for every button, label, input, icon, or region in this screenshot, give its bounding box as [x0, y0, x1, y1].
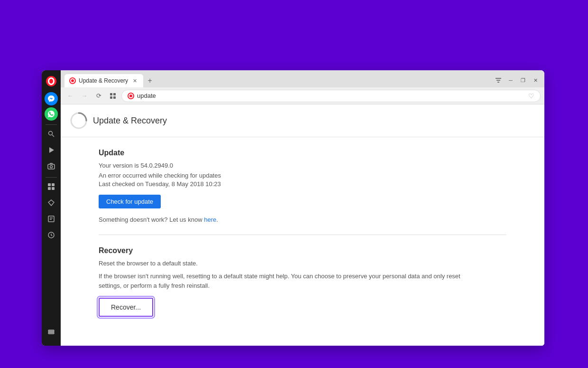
svg-rect-19 [48, 330, 54, 331]
page-header-title: Update & Recovery [93, 116, 167, 126]
opera-sidebar-button[interactable] [44, 74, 58, 88]
update-header-icon [70, 112, 87, 129]
svg-rect-9 [48, 164, 55, 169]
tab-title: Update & Recovery [79, 77, 128, 84]
recovery-heading: Recovery [99, 246, 506, 255]
page-content: Update & Recovery Update Your version is… [61, 104, 544, 346]
svg-rect-11 [48, 183, 51, 186]
sidebar-divider-2 [46, 177, 57, 178]
sidebar-settings-icon[interactable] [44, 325, 58, 339]
maximize-button[interactable]: ❐ [518, 75, 528, 85]
svg-rect-15 [48, 216, 54, 222]
page-header-bar: Update & Recovery [61, 104, 544, 137]
error-text: An error occurred while checking for upd… [99, 172, 506, 179]
update-heading: Update [99, 149, 506, 157]
sidebar-history-icon[interactable] [44, 228, 58, 242]
feedback-label: Something doesn't work? Let us know [99, 216, 204, 223]
sidebar-favorites-icon[interactable] [44, 196, 58, 210]
sidebar-extensions-icon[interactable] [44, 179, 58, 194]
active-tab[interactable]: Update & Recovery ✕ [64, 74, 143, 87]
svg-point-6 [49, 132, 53, 135]
sidebar-camera-icon[interactable] [44, 159, 58, 173]
browser-window: Update & Recovery ✕ + ─ ❐ ✕ ← [42, 70, 544, 346]
feedback-text: Something doesn't work? Let us know here… [99, 216, 506, 223]
svg-rect-14 [52, 187, 55, 190]
svg-rect-13 [48, 187, 51, 190]
reload-button[interactable]: ⟳ [93, 90, 104, 102]
svg-rect-27 [113, 93, 116, 95]
sidebar-search-icon[interactable] [44, 127, 58, 141]
version-text: Your version is 54.0.2949.0 [99, 162, 506, 169]
minimize-button[interactable]: ─ [505, 75, 516, 85]
close-window-button[interactable]: ✕ [530, 75, 541, 85]
address-bar: ← → ⟳ update ♡ [61, 87, 544, 104]
feedback-link[interactable]: here [204, 216, 216, 223]
svg-line-7 [52, 135, 54, 137]
svg-marker-8 [49, 147, 54, 153]
svg-rect-12 [52, 183, 55, 186]
svg-rect-26 [110, 93, 112, 95]
sidebar-feed-icon[interactable] [44, 143, 58, 157]
svg-rect-20 [48, 331, 54, 332]
favorite-button[interactable]: ♡ [528, 92, 534, 100]
window-controls: ─ ❐ ✕ [493, 75, 541, 87]
svg-rect-28 [110, 96, 112, 99]
svg-point-10 [50, 166, 53, 168]
address-text: update [137, 92, 525, 99]
recovery-detail-line1: If the browser isn't running well, reset… [99, 273, 460, 280]
last-checked-text: Last checked on Tuesday, 8 May 2018 10:2… [99, 180, 506, 188]
browser-sidebar [42, 70, 61, 346]
svg-rect-21 [48, 333, 54, 334]
tab-close-button[interactable]: ✕ [131, 77, 138, 85]
recovery-section: Recovery Reset the browser to a default … [99, 246, 506, 317]
sidebar-messenger-icon[interactable] [45, 92, 58, 105]
sidebar-bottom [44, 325, 58, 342]
recovery-detail-line2: settings, or perform a fully fresh reins… [99, 282, 210, 289]
tab-favicon-icon [69, 77, 76, 84]
tab-grid-button[interactable] [107, 90, 119, 102]
sidebar-whatsapp-icon[interactable] [45, 107, 58, 121]
back-button[interactable]: ← [64, 90, 76, 102]
browser-main: Update & Recovery ✕ + ─ ❐ ✕ ← [61, 70, 544, 346]
svg-rect-29 [113, 96, 116, 99]
sidebar-divider-1 [46, 124, 57, 125]
address-input-field[interactable]: update ♡ [121, 90, 541, 102]
feedback-punctuation: . [216, 216, 218, 223]
recovery-detail: If the browser isn't running well, reset… [99, 272, 506, 290]
tab-bar: Update & Recovery ✕ + ─ ❐ ✕ [61, 70, 544, 87]
address-favicon [128, 93, 134, 99]
check-for-update-button[interactable]: Check for update [99, 195, 161, 208]
sidebar-readinglist-icon[interactable] [44, 212, 58, 226]
recovery-desc: Reset the browser to a default state. [99, 260, 506, 267]
update-section: Update Your version is 54.0.2949.0 An er… [99, 149, 506, 223]
recover-button[interactable]: Recover... [99, 298, 153, 317]
filter-button[interactable] [493, 75, 504, 85]
content-body: Update Your version is 54.0.2949.0 An er… [61, 137, 544, 328]
forward-button[interactable]: → [79, 90, 90, 102]
new-tab-button[interactable]: + [143, 74, 156, 87]
section-divider [99, 235, 506, 235]
